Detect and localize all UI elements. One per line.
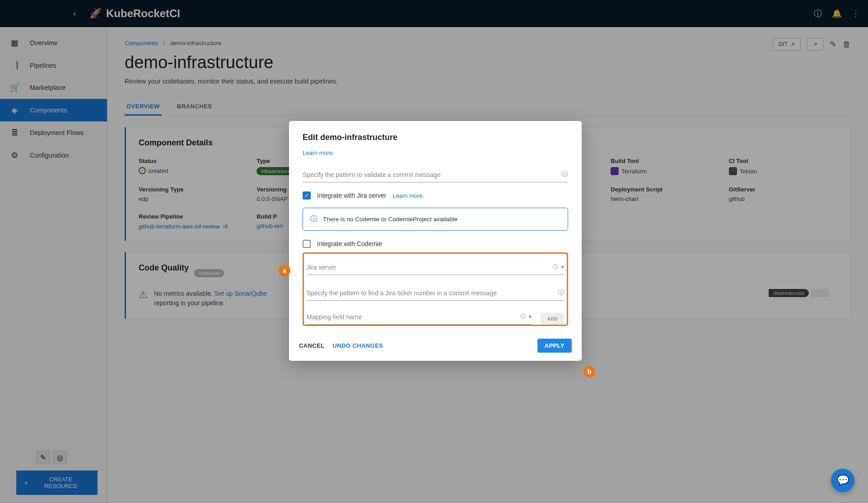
jira-server-select[interactable] [307,260,564,275]
info-icon[interactable]: ⓘ [558,289,564,297]
jira-learn-more-link[interactable]: Learn more. [392,192,424,199]
chat-icon: 💬 [837,475,849,486]
cancel-button[interactable]: CANCEL [299,342,325,349]
annotation-marker-b: b [583,366,595,377]
commit-pattern-input[interactable] [303,168,568,182]
dropdown-icon[interactable]: ⓘ ▾ [520,313,532,321]
jira-checkbox[interactable]: ✓ [303,191,311,200]
undo-button[interactable]: UNDO CHANGES [333,342,383,349]
learn-more-link[interactable]: Learn more. [303,149,334,156]
codemie-checkbox[interactable] [303,240,311,248]
dialog-title: Edit demo-infrastructure [303,133,568,142]
edit-dialog: Edit demo-infrastructure Learn more. ⓘ ✓… [289,121,582,361]
codemie-alert: ⓘ There is no Codemie or CodemieProject … [303,208,568,231]
info-icon: ⓘ [310,214,317,224]
apply-button[interactable]: APPLY [537,339,572,353]
mapping-field-select[interactable] [307,310,532,325]
ticket-pattern-input[interactable] [307,286,564,301]
add-mapping-button[interactable]: ADD [541,313,564,325]
annotation-marker-a: a [279,265,290,276]
chat-fab[interactable]: 💬 [831,469,854,492]
dropdown-icon[interactable]: ⓘ ▾ [553,263,564,271]
info-icon[interactable]: ⓘ [562,170,568,178]
jira-config-highlight: ⓘ ▾ ⓘ ⓘ ▾ ADD [303,252,568,326]
